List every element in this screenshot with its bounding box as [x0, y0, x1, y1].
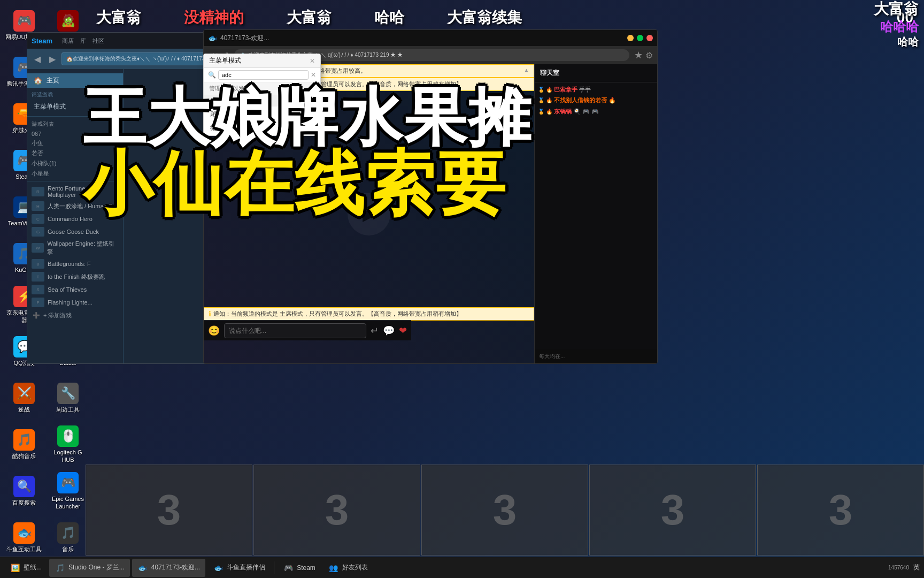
top-right-area: 大富翁 哈哈哈 哈哈 — [874, 0, 919, 48]
taskbar-lang[interactable]: 英 — [913, 563, 920, 572]
dropdown-item-weizhandui[interactable]: 微战队 — [204, 121, 320, 135]
number-box-2: 3 — [253, 465, 420, 556]
taskbar: 🖼️ 壁纸... 🎵 Studio One - 罗兰... 🐟 40717173… — [0, 557, 924, 578]
emoji-icon[interactable]: 😊 — [208, 325, 220, 337]
taskbar-douyu-stream[interactable]: 🐟 40717173-欢迎... — [132, 559, 205, 577]
info-icon-3: ℹ — [209, 310, 211, 318]
stream-settings-icon[interactable]: ⚙ — [645, 50, 653, 60]
chat-user-3: 东锅锅 — [554, 108, 572, 115]
nav-forward[interactable]: ▶ — [47, 53, 58, 65]
game-item-sea[interactable]: S Sea of Thieves — [27, 283, 123, 296]
taskbar-companion-icon: 🐟 — [213, 562, 224, 573]
taskbar-companion-label: 斗鱼直播伴侣 — [227, 563, 265, 572]
steam-nav-community[interactable]: 社区 — [93, 37, 104, 45]
game-item-human[interactable]: H 人类一败涂地 / Human Fall — [27, 200, 123, 212]
game-thumb-rush: T — [32, 272, 44, 282]
taskbar-right-area: 1457640 英 — [888, 563, 920, 572]
float-text-2: 没精神的 — [184, 7, 244, 28]
taskbar-douyu-companion[interactable]: 🐟 斗鱼直播伴侣 — [207, 559, 271, 577]
chat-extra-icon[interactable]: 💬 — [383, 325, 395, 337]
float-text-3: 大富翁 — [287, 7, 332, 28]
taskbar-douyu-stream-icon: 🐟 — [137, 562, 148, 573]
desktop-icon-music[interactable]: 🎵 音乐 — [47, 515, 89, 560]
game-item-commando[interactable]: C Commando Hero — [27, 212, 123, 225]
dropdown-search-input[interactable] — [218, 70, 309, 80]
taskbar-friends-icon: 👥 — [328, 562, 339, 573]
desktop-icon-kuwo[interactable]: 🎵 酷狗音乐 — [3, 422, 45, 467]
desktop-icon-epic[interactable]: 🎮 Epic Games Launcher — [47, 468, 89, 514]
game-num-ruofo: 若否 — [27, 148, 123, 158]
game-num-star: 小星星 — [27, 169, 123, 179]
top-right-text1: 大富翁 — [874, 0, 919, 18]
taskbar-wallpaper-icon: 🖼️ — [10, 562, 20, 573]
taskbar-studioone-label: Studio One - 罗兰... — [68, 563, 125, 572]
chat-msg-2: 🏅 🔥 不找别人借钱的若否 🔥 — [538, 96, 654, 104]
heart-icon[interactable]: ❤ — [399, 325, 407, 337]
desktop-icon-baidu[interactable]: 🔍 百度搜索 — [3, 468, 45, 514]
stream-titlebar: 🐟 40717173-欢迎... — [204, 30, 657, 46]
desktop-icon-tools[interactable]: 🔧 周边工具 — [47, 375, 89, 421]
steam-nav-lib[interactable]: 库 — [80, 37, 86, 45]
send-icon[interactable]: ↵ — [371, 325, 379, 337]
stream-play-icon[interactable]: ▶ — [348, 193, 390, 235]
taskbar-studioone[interactable]: 🎵 Studio One - 罗兰... — [49, 559, 130, 577]
dropdown-item-superhai[interactable]: 超· 嗨模 — [204, 107, 320, 121]
float-text-1: 大富翁 — [96, 7, 141, 28]
search-clear-icon[interactable]: ✕ — [311, 71, 316, 79]
add-game-button[interactable]: ➕ + 添加游戏 — [27, 309, 123, 322]
chat-input-row: 😊 ↵ 💬 ❤ — [204, 320, 411, 340]
badge-6: 🔥 — [546, 109, 552, 115]
badge-5: 🏅 — [538, 109, 544, 115]
steam-nav-store[interactable]: 商店 — [62, 37, 74, 45]
add-game-icon: ➕ — [33, 312, 40, 319]
stream-maximize[interactable] — [637, 35, 643, 41]
chat-input-field[interactable] — [224, 323, 366, 338]
sidebar-controller[interactable]: 主菜单模式 — [27, 100, 123, 114]
steam-sidebar: 🏠 主页 筛选游戏 主菜单模式 游戏列表 067 小鱼 若否 小梯队(1) 小星… — [27, 69, 124, 363]
game-item-flash[interactable]: F Flashing Lighte... — [27, 296, 123, 309]
taskbar-steam-icon: 🎮 — [283, 562, 294, 573]
desktop-icon-nizhan[interactable]: ⚔️ 逆战 — [3, 375, 45, 421]
dropdown-section-header: 水 1 模式 — [204, 95, 320, 107]
taskbar-studioone-icon: 🎵 — [55, 562, 65, 573]
nav-back[interactable]: ◀ — [32, 53, 43, 65]
chat-header: 聊天室 — [535, 64, 657, 82]
float-text-4: 哈哈 — [374, 7, 404, 28]
game-item-goose[interactable]: G Goose Goose Duck — [27, 225, 123, 238]
taskbar-sep-1 — [274, 561, 274, 574]
float-text-5: 大富翁续集 — [447, 7, 522, 28]
number-box-1: 3 — [86, 465, 252, 556]
taskbar-friends-label: 好友列表 — [342, 563, 368, 572]
game-thumb-pubg: B — [32, 259, 44, 269]
game-item-pubg[interactable]: B Battlegrounds: F — [27, 257, 123, 270]
stream-bookmark-icon[interactable]: ★ — [634, 49, 643, 61]
number-boxes: 3 3 3 3 3 — [86, 465, 924, 556]
game-thumb-commando: C — [32, 214, 44, 224]
stream-minimize[interactable] — [627, 35, 634, 41]
game-item-rento[interactable]: R Rento Fortune - Multiplayer — [27, 184, 123, 200]
game-item-rush[interactable]: T to the Finish 终极赛跑 — [27, 270, 123, 283]
notif-close-1[interactable]: ▲ — [523, 67, 529, 73]
taskbar-steam-item[interactable]: 🎮 Steam — [278, 559, 321, 577]
taskbar-friends[interactable]: 👥 好友列表 — [323, 559, 373, 577]
badge-3: 🏅 — [538, 97, 544, 103]
dropdown-title: 主菜单模式 — [209, 56, 241, 65]
desktop-icon-douyu-tools[interactable]: 🐟 斗鱼互动工具 — [3, 515, 45, 560]
taskbar-wallpaper[interactable]: 🖼️ 壁纸... — [4, 559, 47, 577]
chat-user-1: 巴索拿手 — [554, 86, 578, 93]
game-thumb-human: H — [32, 201, 44, 211]
game-thumb-flash: F — [32, 298, 44, 307]
chat-msg-1: 🏅 🔥 巴索拿手 手手 — [538, 86, 654, 94]
game-thumb-sea: S — [32, 285, 44, 294]
home-icon: 🏠 — [34, 77, 42, 85]
game-thumb-rento: R — [32, 187, 44, 196]
dropdown-close-icon[interactable]: ✕ — [310, 57, 315, 65]
stream-close[interactable] — [646, 35, 653, 41]
taskbar-douyu-stream-label: 40717173-欢迎... — [151, 563, 200, 572]
controller-label: 主菜单模式 — [34, 102, 66, 111]
stream-info-text: 每天均在... — [539, 353, 565, 360]
game-num-team: 小梯队(1) — [27, 158, 123, 169]
sidebar-home[interactable]: 🏠 主页 — [27, 73, 123, 88]
desktop-icon-logitech[interactable]: 🖱️ Logitech G HUB — [47, 422, 89, 467]
game-item-wallpaper[interactable]: W Wallpaper Engine: 壁纸引擎 — [27, 238, 123, 257]
